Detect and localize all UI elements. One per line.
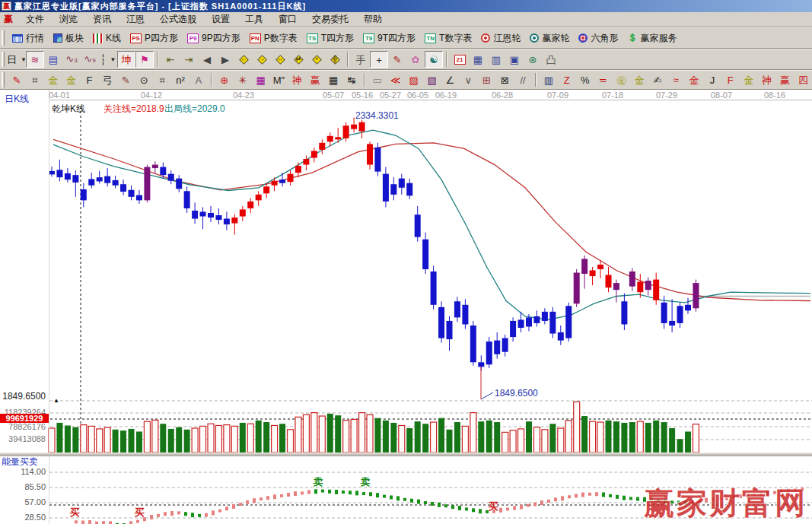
tool-diamond-expand-all[interactable]: + [307,51,326,68]
tool-diamond-zoom-in[interactable]: → [253,51,271,68]
tool-notepad[interactable]: ▥ [487,51,505,68]
tool-percent[interactable]: % [576,71,594,88]
menu-帮助[interactable]: 帮助 [357,11,389,27]
toolbar-hexagon-button[interactable]: 六角形 [574,30,623,46]
tool-trend-line[interactable]: ✎ [388,51,406,68]
toolbar-9p-square-button[interactable]: P99P四方形 [183,30,245,46]
tool-gold-underline[interactable]: 金 [685,71,703,88]
tool-rect-tool[interactable]: ▭ [368,71,387,88]
tool-grid-box[interactable]: ⊞ [477,71,495,88]
toolbar-quotes-button[interactable]: 行情 [8,30,49,46]
tool-info-list[interactable]: ▤ [44,51,62,68]
toolbar-winner-service-button[interactable]: ＄赢家服务 [623,30,681,46]
menu-工具[interactable]: 工具 [238,11,270,27]
tool-pan-hand[interactable]: 手 [352,51,370,68]
tool-gold-lines[interactable]: 金 [630,71,648,88]
tool-h-measure[interactable]: ↹ [342,71,361,88]
menu-资讯[interactable]: 资讯 [86,11,118,27]
tool-grid-box-2[interactable]: ⊠ [495,71,514,88]
tool-scroll-left[interactable]: ◀ [198,51,216,68]
menu-公式选股[interactable]: 公式选股 [153,11,203,27]
tool-wave-3[interactable]: ∿3 [62,51,81,68]
tool-crosshair[interactable]: ＋ [370,51,388,68]
tool-scroll-right[interactable]: ▶ [216,51,234,68]
toolbar-gann-wheel-button[interactable]: 江恩轮 [476,30,525,46]
tool-gold-angle[interactable]: 金 [740,71,758,88]
tool-shen-angle[interactable]: 神 [758,71,776,88]
toolbar-9t-square-button[interactable]: T99T四方形 [358,30,420,46]
menu-设置[interactable]: 设置 [205,11,237,27]
title-bar[interactable]: 赢 赢家江恩专业版[赢家内部服务平台] - [上证指数 SH1A0001-111… [0,0,812,12]
tool-shen-grid[interactable]: 神 [288,71,306,88]
tool-win-grid[interactable]: 赢 [306,71,324,88]
tool-four-angle[interactable]: 四 [794,71,812,88]
tool-time-marks[interactable]: M″ [269,71,288,88]
menu-文件[interactable]: 文件 [19,11,51,27]
tool-angle-a[interactable]: A [189,71,208,88]
tool-star-wheel[interactable]: ✳ [234,71,252,88]
menu-窗口[interactable]: 窗口 [272,11,304,27]
tool-square-of-nine[interactable]: n² [171,71,189,88]
toolbar-p-number-table-button[interactable]: PNP数字表 [245,30,302,46]
tool-zigzag[interactable]: ∨ [459,71,477,88]
tool-gold-grid-2[interactable]: 金 [62,71,81,88]
tool-period-day-dropdown[interactable]: 日▼ [8,51,26,68]
tool-annotate[interactable]: ✍ [648,71,667,88]
toolbar-t-square-button[interactable]: TST四方形 [302,30,358,46]
tool-bow-grid[interactable]: 弓 [98,71,116,88]
tool-calendar[interactable]: 21 [451,51,469,68]
toolbar-p-square-button[interactable]: PSP四方形 [126,30,183,46]
tool-plum-tool[interactable]: ✿ [406,51,425,68]
tool-kline-pattern-style[interactable]: ≋ [26,51,44,68]
tool-price-grid[interactable]: ▦ [324,71,342,88]
tool-diamond-swap[interactable]: ⇄ [289,51,307,68]
tool-diamond-fit-all[interactable]: ╬ [326,51,344,68]
toolbar-winner-wheel-button[interactable]: 赢家轮 [525,30,574,46]
tool-j-angle[interactable]: J [703,71,721,88]
tool-gold-grid-1[interactable]: 金 [44,71,62,88]
tool-jump-last[interactable]: ⇥ [180,51,198,68]
tool-flag-marker[interactable]: ⚑ [135,51,154,68]
tool-angle-lines[interactable]: ∠ [441,71,459,88]
pane-period-label[interactable]: 日K线 [5,93,29,106]
tool-save[interactable]: ▣ [505,51,524,68]
tool-taiji-tool[interactable]: ☯ [425,51,443,68]
tool-percent-z[interactable]: Z [558,71,576,88]
tool-wave-9[interactable]: ∿9 [81,51,99,68]
pane-divider[interactable] [0,453,812,456]
tool-f-angle[interactable]: F [721,71,740,88]
tool-shaded-box-2[interactable]: ▧ [423,71,441,88]
tool-wave-tool[interactable]: ≈ [667,71,685,88]
tool-qiankun-kline[interactable]: 坤 [117,51,135,68]
menu-交易委托[interactable]: 交易委托 [305,11,355,27]
tool-pencil-2[interactable]: ✎ [116,71,135,88]
kline-plot[interactable] [0,90,812,524]
tool-gold-circle[interactable]: ㊎ [613,71,631,88]
tool-jump-first[interactable]: ⇤ [161,51,180,68]
tool-diamond-zoom-out[interactable]: ← [234,51,253,68]
tool-gann-grid[interactable]: ⌗ [26,71,44,88]
menu-江恩[interactable]: 江恩 [119,11,151,27]
tool-candle-type-dropdown[interactable]: ┆▼ [99,51,117,68]
tool-pencil[interactable]: ✎ [8,71,26,88]
tool-fan-lines[interactable]: ≪ [387,71,405,88]
tool-calculator[interactable]: ▦ [469,51,487,68]
tool-gann-circle[interactable]: ⊙ [135,71,153,88]
tool-percent-lines[interactable]: ≂ [594,71,613,88]
toolbar-grip[interactable] [2,52,5,68]
tool-circle-cross[interactable]: ⊕ [215,71,234,88]
tool-online-update[interactable]: ⊛ [524,51,542,68]
menu-浏览[interactable]: 浏览 [53,11,84,27]
tool-parallel-lines[interactable]: // [514,71,532,88]
tool-percent-bars[interactable]: ▥ [540,71,558,88]
tool-grid-dense[interactable]: ⌗ [153,71,171,88]
tool-square-wheel[interactable]: ▦ [252,71,270,88]
toolbar-kline-button[interactable]: K线 [88,30,126,46]
tool-diamond-expand-h[interactable]: ↔ [271,51,289,68]
tool-fib-grid[interactable]: F [81,71,99,88]
toolbar-grip[interactable] [2,30,5,46]
toolbar-grip[interactable] [2,72,5,87]
chart-area[interactable]: 04-0104-1204-2305-0705-1605-2706-0506-19… [0,90,812,524]
tool-printer[interactable]: 凸 [542,51,560,68]
tool-win-angle[interactable]: 赢 [776,71,794,88]
